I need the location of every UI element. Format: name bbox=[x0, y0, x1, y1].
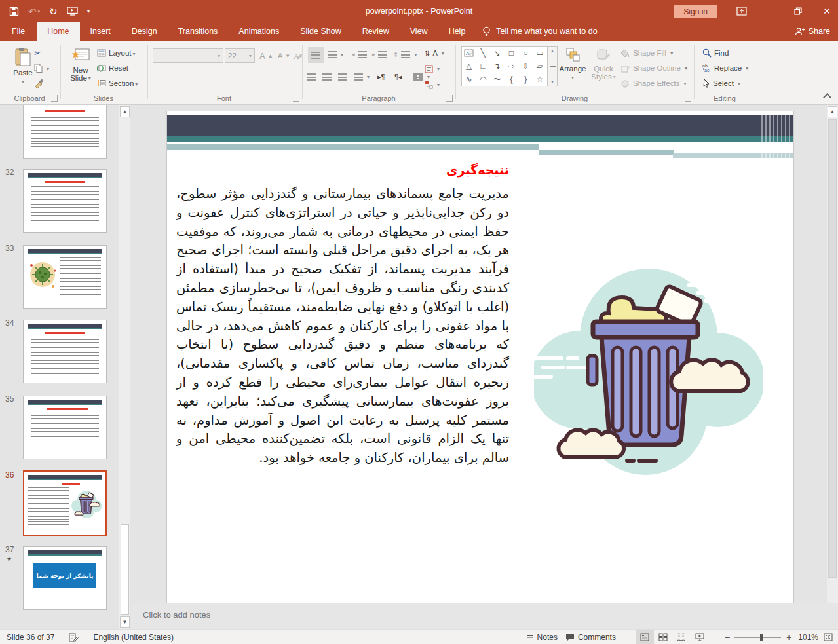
slide-scroll-up-icon[interactable]: ▲ bbox=[828, 106, 837, 117]
tab-help[interactable]: Help bbox=[438, 22, 476, 41]
section-button[interactable]: Section bbox=[97, 76, 138, 90]
rounded-rectangle-shape-icon[interactable]: ▭ bbox=[533, 47, 546, 60]
shapes-scroll-down-icon[interactable]: ▾ bbox=[551, 79, 554, 85]
slide-body-text[interactable]: مدیریت جامع پسماندهای بیمارستانی و گندزد… bbox=[176, 185, 509, 468]
comments-toggle-button[interactable]: Comments bbox=[562, 630, 620, 644]
grow-font-button[interactable]: A▲ bbox=[259, 48, 273, 63]
minimize-button[interactable]: – bbox=[758, 0, 780, 22]
thumbnail-slide-35[interactable] bbox=[23, 396, 107, 459]
tab-home[interactable]: Home bbox=[37, 22, 79, 41]
select-button[interactable]: Select bbox=[702, 76, 740, 90]
drawing-dialog-launcher[interactable] bbox=[685, 95, 691, 102]
curve-shape-icon[interactable]: 〜 bbox=[490, 73, 504, 86]
collapse-ribbon-icon[interactable] bbox=[823, 93, 831, 102]
customize-qat-icon[interactable]: ▾ bbox=[87, 9, 90, 14]
shapes-more-handle[interactable] bbox=[550, 66, 556, 67]
new-slide-button[interactable]: New Slide▾ bbox=[66, 43, 96, 93]
font-dialog-launcher[interactable] bbox=[293, 95, 299, 102]
arrow-shape-icon[interactable]: ↘ bbox=[490, 47, 504, 60]
replace-button[interactable]: abac Replace bbox=[702, 61, 748, 75]
slide-title-text[interactable]: نتیجه‌گیری bbox=[446, 162, 509, 177]
ltr-text-direction-button[interactable]: ▸¶ bbox=[377, 69, 385, 84]
star-shape-icon[interactable]: ☆ bbox=[533, 73, 546, 86]
paragraph-dialog-launcher[interactable] bbox=[446, 95, 453, 102]
font-name-combo[interactable]: ▾ bbox=[153, 48, 223, 63]
arc-shape-icon[interactable]: ◠ bbox=[476, 73, 490, 86]
notes-toggle-button[interactable]: Notes bbox=[522, 630, 562, 644]
rectangle-shape-icon[interactable]: □ bbox=[505, 47, 518, 60]
arrange-button[interactable]: Arrange ▾ bbox=[558, 43, 587, 93]
oval-shape-icon[interactable]: ○ bbox=[519, 47, 533, 60]
notes-placeholder[interactable]: Click to add notes bbox=[143, 610, 210, 620]
shape-effects-button[interactable]: Shape Effects bbox=[621, 76, 686, 90]
tab-design[interactable]: Design bbox=[121, 22, 168, 41]
share-button[interactable]: Share bbox=[795, 22, 830, 41]
reset-button[interactable]: Reset bbox=[97, 61, 128, 75]
tab-slide-show[interactable]: Slide Show bbox=[290, 22, 352, 41]
right-brace-shape-icon[interactable]: } bbox=[519, 73, 533, 86]
text-direction-button[interactable]: ⇅A bbox=[425, 46, 444, 60]
line-shape-icon[interactable]: ╲ bbox=[476, 47, 490, 60]
close-button[interactable]: ✕ bbox=[816, 0, 838, 22]
language-indicator[interactable]: English (United States) bbox=[93, 633, 174, 642]
align-center-button[interactable] bbox=[322, 69, 332, 84]
rtl-text-direction-button[interactable]: ¶◂ bbox=[394, 69, 402, 84]
shapes-scroll-up-icon[interactable]: ▴ bbox=[551, 48, 554, 54]
reading-view-button[interactable] bbox=[672, 630, 691, 644]
shape-fill-button[interactable]: Shape Fill bbox=[621, 46, 673, 60]
clear-formatting-button[interactable]: A bbox=[294, 48, 303, 63]
down-arrow-shape-icon[interactable]: ⇩ bbox=[519, 60, 533, 73]
left-brace-shape-icon[interactable]: { bbox=[505, 73, 518, 86]
clipboard-dialog-launcher[interactable] bbox=[51, 95, 58, 102]
thumbnail-scroll-down-icon[interactable]: ▼ bbox=[120, 616, 130, 628]
decrease-indent-button[interactable]: ◂ bbox=[352, 47, 367, 62]
format-painter-button[interactable] bbox=[34, 76, 43, 90]
align-left-button[interactable] bbox=[307, 69, 316, 84]
normal-view-button[interactable] bbox=[636, 630, 654, 644]
zoom-percentage[interactable]: 101% bbox=[795, 633, 824, 642]
sign-in-button[interactable]: Sign in bbox=[674, 5, 717, 18]
tab-transitions[interactable]: Transitions bbox=[168, 22, 229, 41]
zoom-slider[interactable] bbox=[734, 637, 781, 638]
spell-check-icon[interactable] bbox=[69, 632, 79, 642]
thumbnail-slide-37[interactable]: باتشکر از توجه شما bbox=[23, 546, 107, 610]
right-arrow-shape-icon[interactable]: ⇨ bbox=[505, 60, 518, 73]
thumbnail-slide-31[interactable] bbox=[23, 105, 107, 159]
cut-button[interactable]: ✂ bbox=[34, 46, 41, 60]
redo-icon[interactable]: ↻ bbox=[49, 7, 58, 16]
restore-button[interactable] bbox=[787, 0, 809, 22]
quick-styles-button[interactable]: Quick Styles▾ bbox=[588, 43, 619, 93]
thumbnail-slide-32[interactable] bbox=[23, 169, 107, 233]
layout-button[interactable]: Layout bbox=[97, 46, 136, 60]
tab-insert[interactable]: Insert bbox=[80, 22, 121, 41]
trash-illustration[interactable] bbox=[534, 259, 763, 482]
save-icon[interactable] bbox=[9, 7, 19, 16]
scribble-shape-icon[interactable]: ∿ bbox=[462, 73, 476, 86]
line-spacing-button[interactable]: ⇕ bbox=[393, 47, 417, 62]
parallelogram-shape-icon[interactable]: ▱ bbox=[533, 60, 546, 73]
font-size-combo[interactable]: 22▾ bbox=[225, 48, 255, 63]
zoom-in-button[interactable]: + bbox=[781, 632, 795, 643]
start-slideshow-icon[interactable] bbox=[67, 7, 78, 16]
thumbnail-slide-34[interactable] bbox=[23, 320, 107, 383]
slideshow-view-button[interactable] bbox=[691, 630, 709, 644]
slide-canvas[interactable]: نتیجه‌گیری مدیریت جامع پسماندهای بیمارست… bbox=[167, 111, 793, 603]
shrink-font-button[interactable]: A▼ bbox=[278, 48, 290, 63]
tab-view[interactable]: View bbox=[400, 22, 438, 41]
numbering-button[interactable] bbox=[328, 47, 343, 62]
text-box-shape-icon[interactable]: A bbox=[462, 47, 476, 60]
thumbnail-slide-33[interactable] bbox=[23, 245, 107, 309]
tab-file[interactable]: File bbox=[0, 22, 37, 41]
ribbon-display-options-icon[interactable] bbox=[731, 0, 753, 22]
increase-indent-button[interactable]: ▸ bbox=[372, 47, 387, 62]
elbow-connector-icon[interactable]: ∟ bbox=[476, 60, 490, 73]
zoom-slider-thumb[interactable] bbox=[760, 634, 763, 641]
slide-sorter-view-button[interactable] bbox=[654, 630, 672, 644]
slide-area-scrollbar[interactable]: ▲ ▼ bbox=[827, 105, 838, 629]
thumbnail-slide-36-selected[interactable] bbox=[23, 470, 107, 536]
shapes-gallery-scroll[interactable]: ▴ ▾ bbox=[548, 46, 558, 86]
align-right-button[interactable] bbox=[338, 69, 347, 84]
copy-button[interactable] bbox=[34, 61, 49, 75]
tell-me-box[interactable]: Tell me what you want to do bbox=[476, 22, 603, 41]
slide-scrollbar-thumb[interactable] bbox=[828, 119, 837, 578]
